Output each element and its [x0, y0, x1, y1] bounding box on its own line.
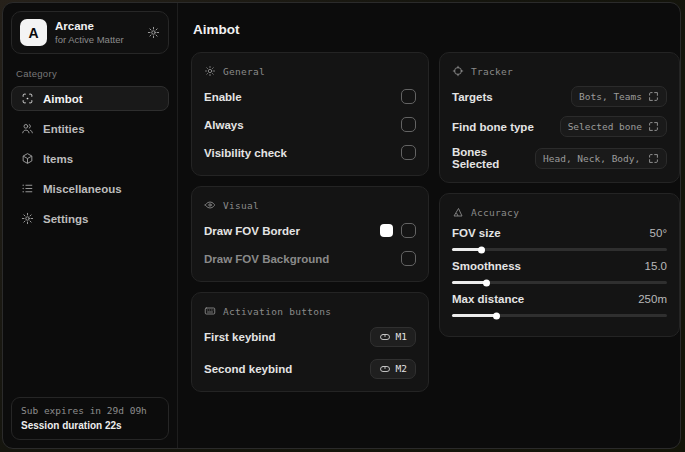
eye-icon [204, 199, 216, 211]
second-keybind-label: Second keybind [204, 363, 292, 375]
app-window: A Arcane for Active Matter Category Aimb [2, 2, 681, 449]
scan-icon [21, 92, 34, 105]
dropdown-value: Head, Neck, Body, Pe… [543, 153, 642, 164]
expand-icon [648, 121, 659, 132]
crosshair-icon [452, 65, 464, 77]
targets-dropdown[interactable]: Bots, Teams [571, 86, 667, 107]
sidebar-item-label: Entities [43, 123, 85, 135]
max-distance-slider[interactable] [452, 314, 667, 317]
find-bone-type-dropdown[interactable]: Selected bone [560, 116, 667, 137]
find-bone-type-label: Find bone type [452, 121, 534, 133]
max-distance-label: Max distance [452, 293, 524, 305]
sidebar-item-items[interactable]: Items [11, 146, 169, 171]
card-title: Activation buttons [223, 306, 331, 317]
brand-logo: A [20, 19, 47, 46]
brand-card: A Arcane for Active Matter [11, 11, 169, 54]
smoothness-slider-group: Smoothness 15.0 [452, 260, 667, 284]
fov-border-color-swatch[interactable] [380, 224, 393, 237]
expand-icon [648, 91, 659, 102]
smoothness-value: 15.0 [645, 260, 667, 272]
card-title: General [223, 66, 265, 77]
keybind-value: M2 [396, 363, 407, 374]
dropdown-value: Selected bone [568, 121, 642, 132]
subscription-info-card: Sub expires in 29d 09h Session duration … [11, 397, 169, 440]
category-label: Category [16, 68, 164, 79]
accuracy-card: Accuracy FOV size 50° [439, 193, 680, 337]
slider-thumb[interactable] [493, 312, 500, 319]
fov-size-slider-group: FOV size 50° [452, 227, 667, 251]
first-keybind-button[interactable]: M1 [370, 327, 416, 347]
brand-subtitle: for Active Matter [55, 34, 139, 46]
mouse-icon [379, 363, 391, 375]
users-icon [21, 122, 34, 135]
expand-icon [648, 153, 659, 164]
fov-size-slider[interactable] [452, 248, 667, 251]
fov-size-label: FOV size [452, 227, 501, 239]
sidebar-item-label: Aimbot [43, 93, 83, 105]
list-icon [21, 182, 34, 195]
bones-selected-label: Bones Selected [452, 146, 535, 170]
draw-fov-border-checkbox[interactable] [401, 223, 416, 238]
sidebar: A Arcane for Active Matter Category Aimb [3, 3, 177, 448]
fov-size-value: 50° [650, 227, 667, 239]
keybind-value: M1 [396, 331, 407, 342]
general-card: General Enable Always Visibility check [191, 52, 429, 176]
enable-checkbox[interactable] [401, 89, 416, 104]
draw-fov-border-label: Draw FOV Border [204, 225, 300, 237]
activation-buttons-card: Activation buttons First keybind M1 [191, 292, 429, 392]
brand-name: Arcane [55, 19, 139, 33]
draw-fov-background-checkbox[interactable] [401, 251, 416, 266]
slider-thumb[interactable] [478, 246, 485, 253]
slider-thumb[interactable] [483, 279, 490, 286]
max-distance-value: 250m [638, 293, 667, 305]
keyboard-icon [204, 305, 216, 317]
triangle-ruler-icon [452, 206, 464, 218]
gear-icon [21, 212, 34, 225]
sub-expires-text: Sub expires in 29d 09h [21, 405, 159, 416]
page-title: Aimbot [193, 22, 680, 37]
sidebar-item-label: Miscellaneous [43, 183, 122, 195]
max-distance-slider-group: Max distance 250m [452, 293, 667, 317]
sidebar-item-label: Items [43, 153, 73, 165]
sidebar-item-entities[interactable]: Entities [11, 116, 169, 141]
card-title: Visual [223, 200, 259, 211]
bones-selected-dropdown[interactable]: Head, Neck, Body, Pe… [535, 148, 667, 169]
always-checkbox[interactable] [401, 117, 416, 132]
visibility-check-checkbox[interactable] [401, 145, 416, 160]
enable-label: Enable [204, 91, 242, 103]
visual-card: Visual Draw FOV Border Draw FOV Backgrou… [191, 186, 429, 282]
targets-label: Targets [452, 91, 493, 103]
smoothness-label: Smoothness [452, 260, 521, 272]
first-keybind-label: First keybind [204, 331, 276, 343]
tracker-card: Tracker Targets Bots, Teams [439, 52, 680, 183]
second-keybind-button[interactable]: M2 [370, 359, 416, 379]
sidebar-item-settings[interactable]: Settings [11, 206, 169, 231]
card-title: Tracker [471, 66, 513, 77]
sidebar-item-miscellaneous[interactable]: Miscellaneous [11, 176, 169, 201]
cube-icon [21, 152, 34, 165]
visibility-check-label: Visibility check [204, 147, 287, 159]
sidebar-item-label: Settings [43, 213, 88, 225]
sun-icon [204, 65, 216, 77]
dropdown-value: Bots, Teams [579, 91, 642, 102]
draw-fov-background-label: Draw FOV Background [204, 253, 329, 265]
sidebar-item-aimbot[interactable]: Aimbot [11, 86, 169, 111]
smoothness-slider[interactable] [452, 281, 667, 284]
always-label: Always [204, 119, 244, 131]
gear-icon[interactable] [147, 26, 160, 39]
session-duration-text: Session duration 22s [21, 420, 159, 431]
mouse-icon [379, 331, 391, 343]
card-title: Accuracy [471, 207, 519, 218]
main-panel: Aimbot General [177, 3, 681, 448]
